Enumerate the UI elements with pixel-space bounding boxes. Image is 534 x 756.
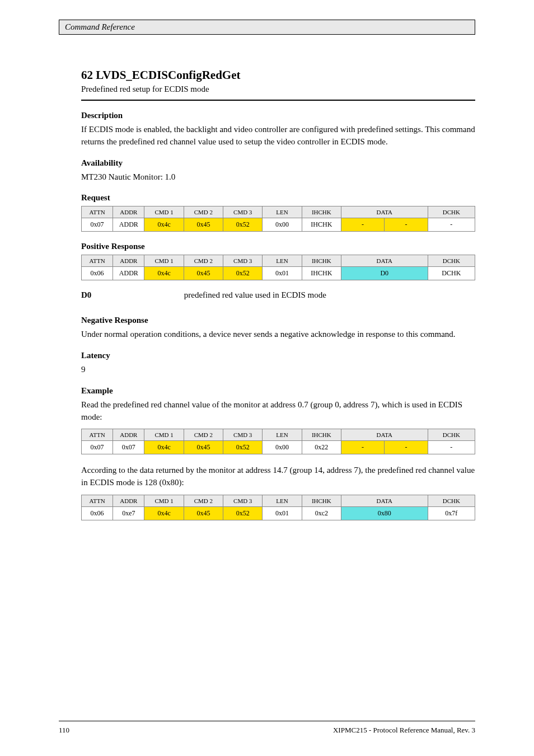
page-footer: 110 XIPMC215 - Protocol Reference Manual… (59, 721, 475, 735)
example-label: Example (81, 386, 475, 396)
cell-cmd3: 0x52 (223, 441, 263, 454)
cell-attn: 0x07 (82, 441, 113, 454)
cell-len: 0x01 (263, 506, 302, 520)
title-rule (81, 100, 475, 101)
col-len: LEN (263, 206, 302, 218)
example-req-text: Read the predefined red channel value of… (81, 399, 475, 424)
cell-cmd2: 0x45 (184, 506, 223, 520)
col-ihchk: IHCHK (302, 495, 341, 506)
col-attn: ATTN (82, 255, 113, 267)
cell-len: 0x00 (263, 441, 302, 454)
cell-addr: ADDR (113, 218, 144, 232)
availability-label: Availability (81, 158, 475, 168)
col-addr: ADDR (113, 495, 144, 506)
col-addr: ADDR (113, 206, 144, 218)
cell-cmd2: 0x45 (184, 218, 223, 232)
col-dchk: DCHK (428, 255, 475, 267)
col-data: DATA (341, 255, 428, 267)
cell-cmd1: 0x4c (144, 267, 184, 280)
col-cmd2: CMD 2 (184, 429, 223, 441)
cell-ihchk: IHCHK (302, 218, 341, 232)
cell-ihchk: 0xc2 (302, 506, 341, 520)
cell-data-a: - (341, 218, 384, 232)
cell-cmd1: 0x4c (144, 441, 184, 454)
col-attn: ATTN (82, 206, 113, 218)
col-len: LEN (263, 495, 302, 506)
table-row: 0x06 0xe7 0x4c 0x45 0x52 0x01 0xc2 0x80 … (82, 506, 475, 520)
col-cmd3: CMD 3 (223, 255, 263, 267)
col-ihchk: IHCHK (302, 206, 341, 218)
cell-len: 0x01 (263, 267, 302, 280)
description-text: If ECDIS mode is enabled, the backlight … (81, 124, 475, 148)
cell-cmd3: 0x52 (223, 218, 263, 232)
cell-data-a: - (341, 441, 384, 454)
cell-dchk: 0x7f (428, 506, 475, 520)
col-cmd2: CMD 2 (184, 495, 223, 506)
cell-cmd1: 0x4c (144, 506, 184, 520)
cell-data: D0 (341, 267, 428, 280)
cell-data-b: - (385, 441, 428, 454)
col-cmd2: CMD 2 (184, 255, 223, 267)
param-row: D0 predefined red value used in ECDIS mo… (81, 290, 475, 300)
table-row: 0x06 ADDR 0x4c 0x45 0x52 0x01 IHCHK D0 D… (82, 267, 475, 280)
example-request-table: ATTN ADDR CMD 1 CMD 2 CMD 3 LEN IHCHK DA… (81, 429, 475, 454)
request-table: ATTN ADDR CMD 1 CMD 2 CMD 3 LEN IHCHK DA… (81, 206, 475, 232)
col-cmd3: CMD 3 (223, 429, 263, 441)
col-attn: ATTN (82, 495, 113, 506)
col-cmd2: CMD 2 (184, 206, 223, 218)
col-data: DATA (341, 495, 428, 506)
cell-cmd3: 0x52 (223, 506, 263, 520)
cell-addr: ADDR (113, 267, 144, 280)
table-header-row: ATTN ADDR CMD 1 CMD 2 CMD 3 LEN IHCHK DA… (82, 206, 475, 218)
col-addr: ADDR (113, 255, 144, 267)
col-len: LEN (263, 429, 302, 441)
running-header: Command Reference (59, 20, 475, 35)
command-subtitle: Predefined red setup for ECDIS mode (81, 84, 475, 94)
param-label: D0 (81, 290, 182, 300)
page-number: 110 (59, 726, 69, 735)
cell-ihchk: IHCHK (302, 267, 341, 280)
description-label: Description (81, 111, 475, 120)
table-header-row: ATTN ADDR CMD 1 CMD 2 CMD 3 LEN IHCHK DA… (82, 429, 475, 441)
col-attn: ATTN (82, 429, 113, 441)
latency-text: 9 (81, 364, 475, 376)
doc-id: XIPMC215 - Protocol Reference Manual, Re… (333, 726, 475, 735)
col-ihchk: IHCHK (302, 429, 341, 441)
cell-attn: 0x06 (82, 267, 113, 280)
cell-attn: 0x07 (82, 218, 113, 232)
col-cmd1: CMD 1 (144, 495, 184, 506)
running-header-text: Command Reference (65, 22, 135, 31)
cell-cmd1: 0x4c (144, 218, 184, 232)
cell-data: 0x80 (341, 506, 428, 520)
col-len: LEN (263, 255, 302, 267)
neg-response-text: Under normal operation conditions, a dev… (81, 328, 475, 341)
cell-len: 0x00 (263, 218, 302, 232)
param-desc: predefined red value used in ECDIS mode (184, 290, 326, 300)
col-cmd3: CMD 3 (223, 206, 263, 218)
col-cmd1: CMD 1 (144, 429, 184, 441)
table-row: 0x07 0x07 0x4c 0x45 0x52 0x00 0x22 - - - (82, 441, 475, 454)
cell-ihchk: 0x22 (302, 441, 341, 454)
table-header-row: ATTN ADDR CMD 1 CMD 2 CMD 3 LEN IHCHK DA… (82, 495, 475, 506)
cell-attn: 0x06 (82, 506, 113, 520)
example-resp-text: According to the data returned by the mo… (81, 464, 475, 489)
cell-addr: 0x07 (113, 441, 144, 454)
table-row: 0x07 ADDR 0x4c 0x45 0x52 0x00 IHCHK - - … (82, 218, 475, 232)
col-data: DATA (341, 206, 428, 218)
availability-text: MT230 Nautic Monitor: 1.0 (81, 171, 475, 184)
col-dchk: DCHK (428, 429, 475, 441)
cell-cmd2: 0x45 (184, 267, 223, 280)
col-cmd1: CMD 1 (144, 206, 184, 218)
latency-label: Latency (81, 351, 475, 360)
neg-response-label: Negative Response (81, 316, 475, 325)
col-dchk: DCHK (428, 495, 475, 506)
request-label: Request (81, 193, 475, 203)
cell-dchk: DCHK (428, 267, 475, 280)
response-table: ATTN ADDR CMD 1 CMD 2 CMD 3 LEN IHCHK DA… (81, 255, 475, 280)
response-label: Positive Response (81, 242, 475, 251)
cell-cmd2: 0x45 (184, 441, 223, 454)
table-header-row: ATTN ADDR CMD 1 CMD 2 CMD 3 LEN IHCHK DA… (82, 255, 475, 267)
col-cmd1: CMD 1 (144, 255, 184, 267)
cell-addr: 0xe7 (113, 506, 144, 520)
cell-dchk: - (428, 218, 475, 232)
